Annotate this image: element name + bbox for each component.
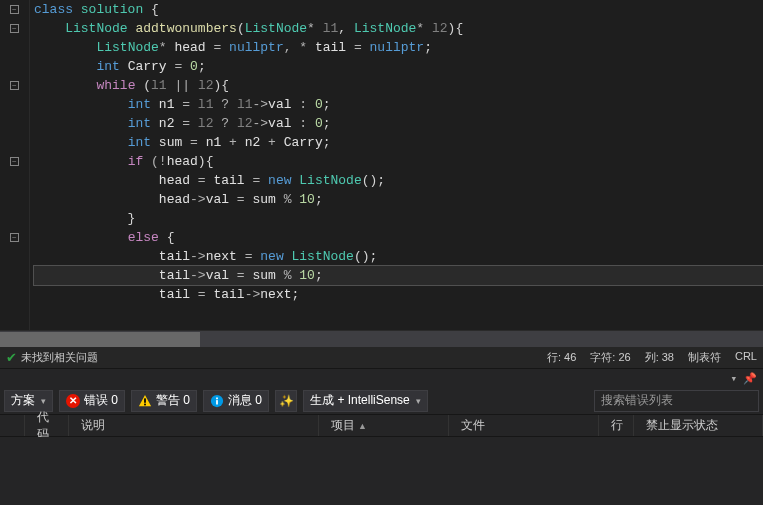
svg-rect-2 [144,403,146,405]
svg-rect-4 [216,400,218,404]
gutter: −−−−− [0,0,30,330]
code-line[interactable]: head = tail = new ListNode(); [34,171,763,190]
code-line[interactable]: int sum = n1 + n2 + Carry; [34,133,763,152]
status-issues: 未找到相关问题 [21,350,98,365]
status-crlf: CRL [735,350,757,365]
horizontal-scrollbar[interactable] [0,330,763,347]
code-line[interactable]: class solution { [34,0,763,19]
header-icon-col[interactable] [0,415,25,436]
warning-icon [138,394,152,408]
header-line[interactable]: 行 [599,415,634,436]
code-line[interactable]: else { [34,228,763,247]
header-file[interactable]: 文件 [449,415,599,436]
fold-icon[interactable]: − [10,5,19,14]
scrollbar-thumb[interactable] [0,332,200,347]
code-line[interactable]: head->val = sum % 10; [34,190,763,209]
code-line[interactable]: if (!head){ [34,152,763,171]
dropdown-icon[interactable]: ▾ [730,372,737,385]
code-line[interactable]: int n1 = l1 ? l1->val : 0; [34,95,763,114]
info-icon [210,394,224,408]
code-line[interactable]: int n2 = l2 ? l2->val : 0; [34,114,763,133]
wand-icon: ✨ [279,394,294,408]
error-icon: ✕ [66,394,80,408]
fold-icon[interactable]: − [10,24,19,33]
header-suppress[interactable]: 禁止显示状态 [634,415,763,436]
code-line[interactable] [34,304,763,323]
warnings-button[interactable]: 警告 0 [131,390,197,412]
code-line[interactable]: tail->next = new ListNode(); [34,247,763,266]
header-desc[interactable]: 说明 [69,415,319,436]
build-combo[interactable]: 生成 + IntelliSense ▾ [303,390,428,412]
check-icon: ✔ [6,350,17,365]
errors-button[interactable]: ✕ 错误 0 [59,390,125,412]
status-line: 行: 46 [547,350,576,365]
code-line[interactable]: ListNode* head = nullptr, * tail = nullp… [34,38,763,57]
panel-header: ▾ 📌 [0,369,763,387]
search-input[interactable]: 搜索错误列表 [594,390,759,412]
code-line[interactable]: int Carry = 0; [34,57,763,76]
messages-button[interactable]: 消息 0 [203,390,269,412]
errors-label: 错误 0 [84,392,118,409]
status-bar: ✔ 未找到相关问题 行: 46 字符: 26 列: 38 制表符 CRL [0,347,763,369]
header-project[interactable]: 项目▲ [319,415,449,436]
build-label: 生成 + IntelliSense [310,392,410,409]
chevron-down-icon: ▾ [416,396,421,406]
code-line[interactable]: ListNode addtwonumbers(ListNode* l1, Lis… [34,19,763,38]
status-tabs: 制表符 [688,350,721,365]
code-line[interactable]: tail = tail->next; [34,285,763,304]
pin-icon[interactable]: 📌 [743,372,757,385]
code-line[interactable]: } [34,209,763,228]
svg-rect-1 [144,398,146,402]
status-char: 字符: 26 [590,350,630,365]
fold-icon[interactable]: − [10,233,19,242]
solution-label: 方案 [11,392,35,409]
fold-icon[interactable]: − [10,81,19,90]
code-editor[interactable]: −−−−− class solution { ListNode addtwonu… [0,0,763,330]
fold-icon[interactable]: − [10,157,19,166]
code-area[interactable]: class solution { ListNode addtwonumbers(… [30,0,763,330]
chevron-down-icon: ▾ [41,396,46,406]
svg-rect-5 [216,397,218,399]
code-line[interactable]: while (l1 || l2){ [34,76,763,95]
status-col: 列: 38 [645,350,674,365]
messages-label: 消息 0 [228,392,262,409]
search-placeholder: 搜索错误列表 [601,392,673,409]
warnings-label: 警告 0 [156,392,190,409]
error-list-headers: 代码 说明 项目▲ 文件 行 禁止显示状态 [0,415,763,437]
error-list-toolbar: 方案 ▾ ✕ 错误 0 警告 0 消息 0 ✨ 生成 + IntelliSens… [0,387,763,415]
error-list-results[interactable] [0,437,763,505]
code-line[interactable]: tail->val = sum % 10; [34,266,763,285]
header-code[interactable]: 代码 [25,415,69,436]
filter-button[interactable]: ✨ [275,390,297,412]
